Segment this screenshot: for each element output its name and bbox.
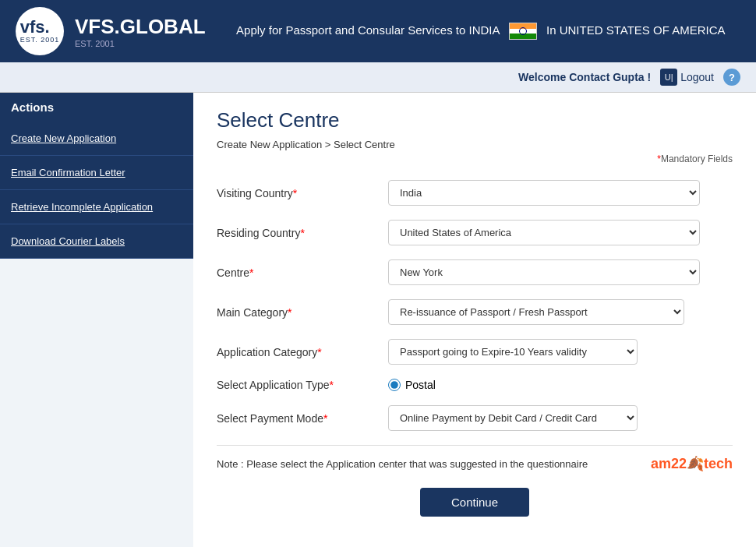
logout-label: Logout (680, 71, 714, 83)
continue-button[interactable]: Continue (420, 488, 529, 517)
breadcrumb-separator: > (325, 139, 334, 150)
app-type-label: Select Application Type* (217, 379, 388, 391)
welcome-message: Welcome Contact Gupta ! (518, 71, 651, 83)
visiting-country-row: Visiting Country* India (217, 180, 733, 206)
payment-mode-select[interactable]: Online Payment by Debit Card / Credit Ca… (388, 405, 638, 431)
main-layout: Actions Create New Application Email Con… (0, 93, 756, 547)
sidebar-header: Actions (0, 93, 193, 122)
logo-vfs-text: vfs. (20, 19, 60, 36)
top-bar: Welcome Contact Gupta ! U| Logout ? (0, 62, 756, 93)
divider (217, 445, 733, 446)
sidebar-item-retrieve[interactable]: Retrieve Incomplete Application (0, 190, 193, 224)
vfs-logo: vfs. EST. 2001 (16, 7, 64, 55)
centre-row: Centre* New York San Francisco Chicago (217, 259, 733, 285)
app-type-field: Postal (388, 379, 700, 391)
site-header: vfs. EST. 2001 VFS.GLOBAL EST. 2001 Appl… (0, 0, 756, 62)
mandatory-note: *Mandatory Fields (217, 154, 733, 164)
app-category-select[interactable]: Passport going to Expire-10 Years validi… (388, 339, 638, 365)
page-title: Select Centre (217, 108, 733, 132)
brand-name: VFS.GLOBAL (75, 15, 206, 39)
app-category-row: Application Category* Passport going to … (217, 339, 733, 365)
app-type-row: Select Application Type* Postal (217, 379, 733, 391)
breadcrumb-home[interactable]: Create New Application (217, 139, 322, 150)
app-category-field: Passport going to Expire-10 Years validi… (388, 339, 638, 365)
region-text: In UNITED STATES OF AMERICA (546, 23, 725, 37)
help-button[interactable]: ? (723, 69, 740, 86)
logout-button[interactable]: U| Logout (660, 69, 714, 86)
note-text: Note : Please select the Application cen… (217, 458, 588, 470)
sidebar-item-create-new[interactable]: Create New Application (0, 122, 193, 156)
postal-radio[interactable] (388, 379, 401, 391)
app-category-label: Application Category* (217, 346, 388, 358)
postal-label: Postal (405, 379, 436, 391)
centre-field: New York San Francisco Chicago (388, 259, 700, 285)
residing-country-label: Residing Country* (217, 227, 388, 239)
note-row: Note : Please select the Application cen… (217, 455, 733, 472)
am22-tech-text: tech (704, 456, 733, 471)
main-category-row: Main Category* Re-issuance of Passport /… (217, 299, 733, 325)
payment-mode-label: Select Payment Mode* (217, 412, 388, 425)
continue-row: Continue (217, 488, 733, 517)
residing-country-select[interactable]: United States of America (388, 220, 700, 245)
am22-brand: am22🍂tech (651, 455, 733, 472)
residing-country-row: Residing Country* United States of Ameri… (217, 220, 733, 245)
select-centre-form: Visiting Country* India Residing Country… (217, 180, 733, 517)
visiting-country-field: India (388, 180, 700, 206)
residing-country-field: United States of America (388, 220, 700, 245)
brand-est: EST. 2001 (75, 39, 206, 48)
tagline-text: Apply for Passport and Consular Services… (236, 23, 500, 37)
main-category-field: Re-issuance of Passport / Fresh Passport (388, 299, 684, 325)
visiting-country-label: Visiting Country* (217, 187, 388, 199)
header-tagline: Apply for Passport and Consular Services… (221, 23, 740, 40)
breadcrumb-current: Select Centre (334, 139, 395, 150)
payment-mode-field: Online Payment by Debit Card / Credit Ca… (388, 405, 638, 431)
main-category-select[interactable]: Re-issuance of Passport / Fresh Passport (388, 299, 684, 325)
centre-label: Centre* (217, 266, 388, 279)
main-category-label: Main Category* (217, 306, 388, 319)
visiting-country-select[interactable]: India (388, 180, 700, 206)
am22-text: am22 (651, 456, 687, 471)
logout-icon: U| (660, 69, 677, 86)
breadcrumb: Create New Application > Select Centre (217, 139, 733, 150)
centre-select[interactable]: New York San Francisco Chicago (388, 259, 700, 285)
sidebar-item-download[interactable]: Download Courier Labels (0, 224, 193, 259)
am22-leaf: 🍂 (687, 456, 704, 471)
sidebar: Actions Create New Application Email Con… (0, 93, 193, 547)
payment-mode-row: Select Payment Mode* Online Payment by D… (217, 405, 733, 431)
main-content: Select Centre Create New Application > S… (193, 93, 756, 547)
logo-est: EST. 2001 (20, 36, 60, 44)
india-flag (509, 23, 537, 40)
sidebar-item-email-confirm[interactable]: Email Confirmation Letter (0, 156, 193, 190)
